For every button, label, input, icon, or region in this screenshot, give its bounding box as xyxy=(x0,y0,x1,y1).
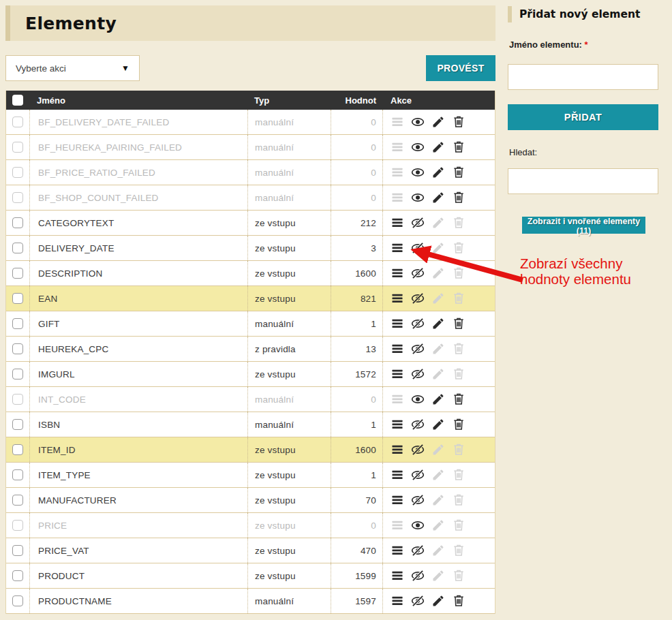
edit-pencil-icon xyxy=(431,342,445,356)
row-checkbox[interactable] xyxy=(12,570,23,581)
edit-pencil-icon[interactable] xyxy=(431,594,445,608)
eye-slash-icon[interactable] xyxy=(411,418,425,431)
row-checkbox[interactable] xyxy=(12,545,23,556)
delete-trash-icon xyxy=(452,342,465,356)
element-name: BF_PRICE_RATIO_FAILED xyxy=(38,168,155,178)
row-checkbox[interactable] xyxy=(12,318,23,329)
eye-slash-icon[interactable] xyxy=(411,569,425,583)
show-nested-elements-button[interactable]: Zobrazit i vnořené elementy (11) xyxy=(522,217,645,234)
row-checkbox[interactable] xyxy=(12,167,23,178)
delete-trash-icon[interactable] xyxy=(452,166,465,179)
delete-trash-icon[interactable] xyxy=(452,418,465,431)
element-type: ze vstupu xyxy=(255,218,296,228)
add-element-heading: Přidat nový element xyxy=(519,8,640,20)
eye-slash-icon[interactable] xyxy=(411,594,425,608)
element-type: ze vstupu xyxy=(255,268,296,279)
element-value-count: 0 xyxy=(371,117,376,127)
add-button[interactable]: PŘIDAT xyxy=(508,104,658,130)
row-checkbox[interactable] xyxy=(12,117,23,127)
row-checkbox[interactable] xyxy=(12,343,23,354)
row-checkbox[interactable] xyxy=(12,268,23,279)
eye-slash-icon[interactable] xyxy=(411,342,425,356)
element-type: z pravidla xyxy=(255,344,296,354)
delete-trash-icon[interactable] xyxy=(452,191,465,204)
row-checkbox[interactable] xyxy=(12,217,23,228)
edit-pencil-icon[interactable] xyxy=(431,166,445,179)
new-element-name-input[interactable] xyxy=(508,64,658,90)
show-values-menu-icon[interactable] xyxy=(391,216,404,230)
element-type: ze vstupu xyxy=(255,243,296,253)
eye-slash-icon[interactable] xyxy=(411,292,425,305)
edit-pencil-icon[interactable] xyxy=(431,191,445,204)
execute-button[interactable]: PROVÉST xyxy=(426,55,495,81)
row-checkbox[interactable] xyxy=(12,595,23,606)
element-value-count: 1572 xyxy=(355,369,376,379)
element-type: manuální xyxy=(255,394,294,405)
element-value-count: 0 xyxy=(371,521,376,531)
row-checkbox[interactable] xyxy=(12,444,23,455)
element-name: ITEM_ID xyxy=(38,445,76,455)
delete-trash-icon[interactable] xyxy=(452,140,465,154)
edit-pencil-icon xyxy=(431,493,445,507)
show-values-menu-icon[interactable] xyxy=(391,594,404,608)
element-name-label: Jméno elementu: * xyxy=(509,40,588,50)
show-values-menu-icon[interactable] xyxy=(391,317,404,330)
show-values-menu-icon xyxy=(391,166,404,179)
show-values-menu-icon[interactable] xyxy=(391,367,404,381)
show-values-menu-icon[interactable] xyxy=(391,544,404,557)
show-values-menu-icon[interactable] xyxy=(391,569,404,583)
row-checkbox[interactable] xyxy=(12,520,23,531)
row-checkbox[interactable] xyxy=(12,243,23,253)
eye-icon[interactable] xyxy=(411,392,425,406)
eye-slash-icon[interactable] xyxy=(411,493,425,507)
eye-icon[interactable] xyxy=(411,518,425,532)
eye-slash-icon[interactable] xyxy=(411,468,425,482)
delete-trash-icon[interactable] xyxy=(452,392,465,406)
table-row: BF_DELIVERY_DATE_FAILED manuální 0 xyxy=(6,110,495,135)
row-checkbox[interactable] xyxy=(12,293,23,304)
page-title-band: Elementy xyxy=(5,5,495,41)
eye-icon[interactable] xyxy=(411,140,425,154)
edit-pencil-icon[interactable] xyxy=(431,392,445,406)
row-checkbox[interactable] xyxy=(12,469,23,480)
row-checkbox[interactable] xyxy=(12,192,23,203)
eye-slash-icon[interactable] xyxy=(411,544,425,557)
edit-pencil-icon xyxy=(431,443,445,456)
row-checkbox[interactable] xyxy=(12,369,23,379)
eye-slash-icon[interactable] xyxy=(411,216,425,230)
element-value-count: 1 xyxy=(371,319,376,329)
eye-icon[interactable] xyxy=(411,191,425,204)
delete-trash-icon[interactable] xyxy=(452,317,465,330)
element-name: IMGURL xyxy=(38,369,75,379)
edit-pencil-icon[interactable] xyxy=(431,418,445,431)
eye-slash-icon[interactable] xyxy=(411,367,425,381)
delete-trash-icon[interactable] xyxy=(452,594,465,608)
delete-trash-icon[interactable] xyxy=(452,115,465,129)
show-values-menu-icon[interactable] xyxy=(391,342,404,356)
delete-trash-icon xyxy=(452,216,465,230)
edit-pencil-icon[interactable] xyxy=(431,140,445,154)
dropdown-caret-icon: ▼ xyxy=(121,63,129,73)
show-values-menu-icon[interactable] xyxy=(391,292,404,305)
show-values-menu-icon[interactable] xyxy=(391,443,404,456)
edit-pencil-icon[interactable] xyxy=(431,115,445,129)
eye-icon[interactable] xyxy=(411,115,425,129)
row-checkbox[interactable] xyxy=(12,419,23,430)
edit-pencil-icon[interactable] xyxy=(431,317,445,330)
row-checkbox[interactable] xyxy=(12,394,23,405)
search-input[interactable] xyxy=(508,168,658,194)
show-values-menu-icon[interactable] xyxy=(391,418,404,431)
table-row: CATEGORYTEXT ze vstupu 212 xyxy=(6,211,495,236)
show-values-menu-icon[interactable] xyxy=(391,493,404,507)
eye-icon[interactable] xyxy=(411,166,425,179)
row-checkbox[interactable] xyxy=(12,142,23,153)
eye-slash-icon[interactable] xyxy=(411,443,425,456)
row-checkbox[interactable] xyxy=(12,495,23,506)
eye-slash-icon[interactable] xyxy=(411,317,425,330)
show-values-menu-icon[interactable] xyxy=(391,468,404,482)
action-select[interactable]: Vyberte akci ▼ xyxy=(5,55,140,81)
element-name: PRODUCTNAME xyxy=(38,596,112,606)
delete-trash-icon xyxy=(452,544,465,557)
select-all-checkbox[interactable] xyxy=(12,95,23,106)
element-type: manuální xyxy=(255,596,294,606)
